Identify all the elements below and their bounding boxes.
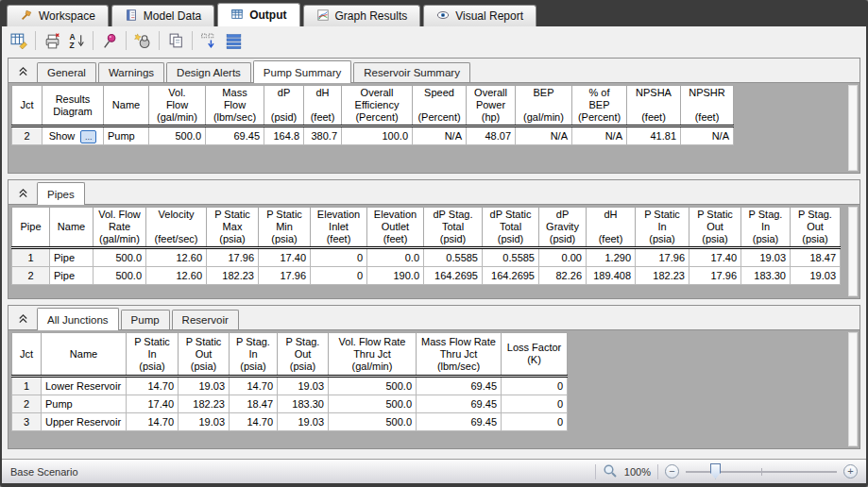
cell: 48.07 bbox=[467, 126, 516, 145]
chevron-up-icon bbox=[18, 311, 28, 327]
column-header: % of BEP (Percent) bbox=[572, 86, 627, 126]
cell: 0 bbox=[502, 377, 568, 395]
column-header: Name bbox=[50, 208, 94, 248]
cell: 500.0 bbox=[329, 413, 417, 431]
sort-az-icon[interactable]: AZ bbox=[64, 29, 89, 52]
transfer-results-icon[interactable] bbox=[196, 29, 221, 52]
tab-pump-summary[interactable]: Pump Summary bbox=[253, 60, 351, 83]
collapse-summary-button[interactable] bbox=[13, 63, 32, 80]
cell: 14.70 bbox=[127, 413, 179, 431]
cell: 19.03 bbox=[278, 377, 329, 395]
zoom-slider-thumb[interactable] bbox=[710, 463, 721, 479]
cell: 500.0 bbox=[329, 377, 417, 395]
table-row: 1Lower Reservoir14.7019.0314.7019.03500.… bbox=[12, 377, 568, 395]
cell: 182.23 bbox=[207, 267, 259, 285]
toolbar-separator bbox=[159, 31, 160, 50]
tab-warnings[interactable]: Warnings bbox=[98, 62, 164, 82]
column-header: P Static Min (psia) bbox=[259, 208, 311, 248]
cell: 17.40 bbox=[689, 248, 741, 267]
tab-label: Output bbox=[249, 8, 286, 22]
zoom-slider[interactable] bbox=[686, 463, 837, 480]
column-header: dP Static Total (psid) bbox=[483, 208, 539, 248]
print-icon[interactable] bbox=[40, 29, 64, 52]
scenario-label: Base Scenario bbox=[10, 466, 78, 478]
junctions-tab-strip: All Junctions Pump Reservoir bbox=[9, 306, 859, 329]
table-row: 2Pump17.40182.2318.47183.30500.069.450 bbox=[12, 395, 568, 413]
cell: 19.03 bbox=[179, 413, 230, 431]
column-header: dP (psid) bbox=[264, 86, 304, 126]
cell: 41.81 bbox=[627, 126, 681, 145]
zoom-out-button[interactable]: − bbox=[665, 464, 679, 479]
pump-summary-table: JctResults DiagramNameVol. Flow (gal/min… bbox=[11, 85, 734, 145]
tab-design-alerts[interactable]: Design Alerts bbox=[166, 62, 251, 82]
tab-general[interactable]: General bbox=[37, 62, 96, 82]
cell: 19.03 bbox=[179, 377, 230, 395]
output-display-options-icon[interactable] bbox=[7, 29, 31, 52]
tab-label: Graph Results bbox=[335, 9, 408, 23]
header-row: JctResults DiagramNameVol. Flow (gal/min… bbox=[12, 86, 734, 126]
toolbar-separator bbox=[126, 31, 127, 50]
column-header: Vol. Flow (gal/min) bbox=[149, 86, 206, 126]
copy-icon[interactable] bbox=[163, 29, 188, 52]
format-wizard-icon[interactable] bbox=[130, 29, 155, 52]
table-row: 1Pipe500.012.6017.9617.4000.00.55850.558… bbox=[12, 248, 841, 267]
column-header: Loss Factor (K) bbox=[502, 333, 568, 377]
sub-tab-label: All Junctions bbox=[47, 314, 109, 326]
zoom-in-button[interactable]: + bbox=[843, 464, 858, 479]
column-header: P Static Out (psia) bbox=[179, 333, 230, 377]
results-diagram-button[interactable]: ... bbox=[80, 130, 96, 143]
cell: 190.0 bbox=[367, 267, 424, 285]
summary-tab-strip: General Warnings Design Alerts Pump Summ… bbox=[9, 59, 859, 82]
cell: 17.96 bbox=[689, 267, 741, 285]
cell: 1 bbox=[12, 248, 50, 267]
column-header: Pipe bbox=[12, 208, 50, 248]
tab-model-data[interactable]: Model Data bbox=[111, 5, 214, 26]
tab-workspace[interactable]: Workspace bbox=[7, 5, 109, 26]
collapse-junctions-button[interactable] bbox=[13, 311, 32, 327]
tab-reservoir-summary[interactable]: Reservoir Summary bbox=[353, 62, 470, 82]
tab-reservoir[interactable]: Reservoir bbox=[172, 310, 239, 329]
tab-output[interactable]: Output bbox=[217, 3, 299, 26]
column-header: dH (feet) bbox=[587, 208, 636, 248]
cell: 17.96 bbox=[207, 248, 259, 267]
column-header: Elevation Outlet (feet) bbox=[367, 208, 424, 248]
cell: 82.26 bbox=[539, 267, 587, 285]
column-header: Results Diagram bbox=[43, 86, 104, 126]
cell: 0 bbox=[311, 267, 367, 285]
output-window: Workspace Model Data Output Graph Result… bbox=[0, 0, 868, 487]
tab-pump[interactable]: Pump bbox=[121, 310, 170, 329]
column-header: P Stag. In (psia) bbox=[741, 208, 791, 248]
tab-graph-results[interactable]: Graph Results bbox=[303, 5, 421, 26]
cell: 17.96 bbox=[636, 248, 689, 267]
header-row: PipeNameVol. Flow Rate (gal/min)Velocity… bbox=[12, 208, 841, 248]
sub-tab-label: Design Alerts bbox=[177, 67, 241, 78]
pipes-table: PipeNameVol. Flow Rate (gal/min)Velocity… bbox=[11, 207, 841, 285]
cell: 69.45 bbox=[206, 126, 264, 145]
collapse-pipes-button[interactable] bbox=[13, 185, 32, 202]
output-icon bbox=[230, 8, 244, 24]
tab-pipes[interactable]: Pipes bbox=[37, 182, 85, 205]
cell: 0 bbox=[311, 248, 367, 267]
tab-all-junctions[interactable]: All Junctions bbox=[37, 308, 119, 330]
vertical-scrollbar[interactable] bbox=[848, 85, 858, 171]
show-rows-icon[interactable] bbox=[221, 29, 246, 52]
pin-icon[interactable] bbox=[97, 29, 122, 52]
column-header: Name bbox=[104, 86, 149, 126]
cell: 2 bbox=[12, 395, 42, 413]
vertical-scrollbar[interactable] bbox=[848, 207, 858, 296]
cell: 19.03 bbox=[741, 248, 791, 267]
cell: 0.5585 bbox=[424, 248, 483, 267]
zoom-controls: 100% − + bbox=[595, 463, 858, 480]
column-header: P Stag. In (psia) bbox=[230, 333, 278, 377]
cell: 164.8 bbox=[264, 126, 304, 145]
column-header: Jct bbox=[12, 333, 42, 377]
pipes-table-area: PipeNameVol. Flow Rate (gal/min)Velocity… bbox=[9, 204, 859, 298]
cell: 183.30 bbox=[741, 267, 791, 285]
tab-visual-report[interactable]: Visual Report bbox=[423, 5, 536, 26]
vertical-scrollbar[interactable] bbox=[848, 332, 858, 446]
cell: 14.70 bbox=[127, 377, 179, 395]
header-row: JctNameP Static In (psia)P Static Out (p… bbox=[12, 333, 568, 377]
sub-tab-label: Pump bbox=[131, 314, 160, 326]
statusbar-separator bbox=[657, 464, 658, 479]
table-row: 3Upper Reservoir14.7019.0314.7019.03500.… bbox=[12, 413, 568, 431]
